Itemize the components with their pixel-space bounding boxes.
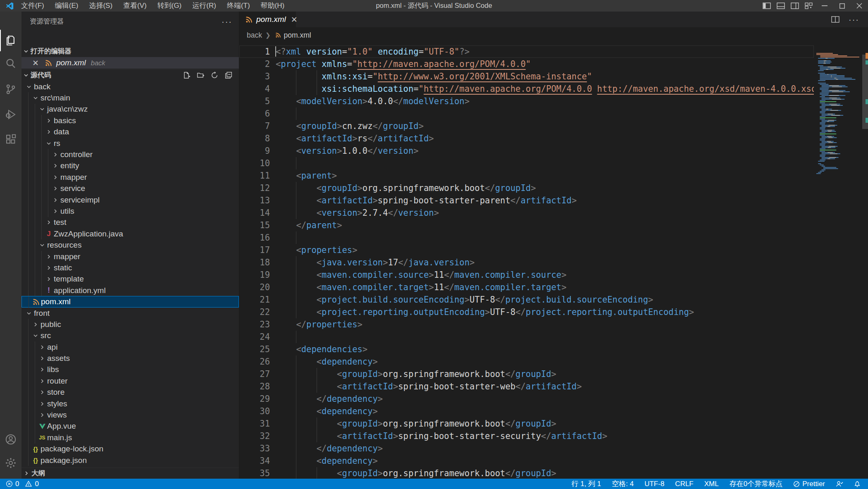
tree-item-service[interactable]: service: [21, 183, 239, 194]
tree-item-src[interactable]: src: [21, 330, 239, 341]
status-item[interactable]: CRLF: [675, 480, 693, 488]
tree-item-test[interactable]: test: [21, 217, 239, 228]
workspace-section[interactable]: 源代码: [21, 69, 239, 81]
tree-item-package.json[interactable]: {}package.json: [21, 455, 239, 466]
menu-item[interactable]: 查看(V): [118, 0, 152, 12]
menu-item[interactable]: 选择(S): [83, 0, 118, 12]
vscode-logo-icon[interactable]: [3, 0, 16, 12]
tree-item-api[interactable]: api: [21, 341, 239, 353]
file-tree: backsrc\mainjava\cn\zwzbasicsdatarscontr…: [21, 81, 239, 466]
tree-item-main.js[interactable]: JSmain.js: [21, 432, 239, 443]
tree-item-resources[interactable]: resources: [21, 239, 239, 250]
tree-item-serviceimpl[interactable]: serviceimpl: [21, 194, 239, 205]
tree-item-template[interactable]: template: [21, 274, 239, 285]
minimap[interactable]: [814, 41, 862, 479]
tree-item-assets[interactable]: assets: [21, 353, 239, 364]
status-item[interactable]: 行 1, 列 1: [571, 479, 601, 489]
menu-item[interactable]: 帮助(H): [255, 0, 290, 12]
tree-indent-guide: [35, 421, 35, 432]
tree-item-public[interactable]: public: [21, 319, 239, 330]
activity-settings-icon[interactable]: [0, 452, 21, 474]
breadcrumb-folder[interactable]: back: [247, 31, 262, 40]
tree-item-views[interactable]: views: [21, 409, 239, 420]
close-icon[interactable]: ✕: [291, 15, 298, 24]
tree-item-application.yml[interactable]: !application.yml: [21, 285, 239, 296]
maximize-button[interactable]: [833, 0, 851, 12]
tree-item-zwzapplication.java[interactable]: JZwzApplication.java: [21, 228, 239, 239]
outline-section[interactable]: 大纲: [21, 468, 239, 479]
tree-item-back[interactable]: back: [21, 81, 239, 92]
new-folder-icon[interactable]: [196, 71, 205, 80]
chevron-down-icon: [25, 83, 33, 91]
code-line: 35 <groupId>org.springframework.boot</gr…: [239, 467, 814, 479]
activity-explorer-icon[interactable]: [0, 30, 21, 51]
tree-item-java-cn-zwz[interactable]: java\cn\zwz: [21, 104, 239, 115]
tree-item-basics[interactable]: basics: [21, 115, 239, 126]
new-file-icon[interactable]: [182, 71, 191, 80]
split-editor-icon[interactable]: [831, 16, 839, 23]
toggle-secondary-sidebar-icon[interactable]: [788, 0, 802, 12]
tab-pom-xml[interactable]: pom.xml ✕: [239, 12, 296, 27]
activity-account-icon[interactable]: [0, 429, 21, 450]
workspace-label: 源代码: [31, 71, 51, 80]
close-button[interactable]: [851, 0, 868, 12]
tree-item-label: basics: [54, 116, 76, 125]
activity-extensions-icon[interactable]: [0, 129, 21, 150]
tree-item-rs[interactable]: rs: [21, 138, 239, 149]
status-item-feedback[interactable]: [836, 481, 843, 487]
tree-item-src-main[interactable]: src\main: [21, 92, 239, 103]
tree-indent-guide: [35, 104, 35, 115]
customize-layout-icon[interactable]: [802, 0, 816, 12]
code-line: 22 <project.reporting.outputEncoding>UTF…: [239, 306, 814, 318]
more-actions-icon[interactable]: ···: [849, 15, 859, 24]
tree-item-pom.xml[interactable]: pom.xml: [21, 296, 239, 307]
menu-item[interactable]: 文件(F): [16, 0, 50, 12]
status-item[interactable]: UTF-8: [644, 480, 664, 488]
open-editors-section[interactable]: 打开的编辑器: [21, 45, 239, 57]
breadcrumb-file[interactable]: pom.xml: [284, 31, 311, 40]
toggle-panel-icon[interactable]: [774, 0, 788, 12]
menu-item[interactable]: 转到(G): [152, 0, 187, 12]
tree-item-mapper[interactable]: mapper: [21, 172, 239, 183]
tree-item-app.vue[interactable]: App.vue: [21, 421, 239, 432]
menu-item[interactable]: 编辑(E): [50, 0, 84, 12]
editor-scrollbar[interactable]: [862, 41, 868, 479]
tree-item-utils[interactable]: utils: [21, 205, 239, 217]
refresh-icon[interactable]: [210, 71, 219, 80]
status-item[interactable]: 空格: 4: [612, 479, 634, 489]
status-item[interactable]: 存在0个异常标点: [730, 479, 782, 489]
tree-item-static[interactable]: static: [21, 262, 239, 273]
menu-item[interactable]: 运行(R): [187, 0, 222, 12]
tree-item-label: package.json: [41, 456, 87, 465]
tree-item-data[interactable]: data: [21, 126, 239, 138]
tree-item-front[interactable]: front: [21, 308, 239, 319]
activity-search-icon[interactable]: [0, 52, 21, 74]
status-item-prettier[interactable]: Prettier: [793, 480, 825, 488]
chevron-right-icon: [38, 343, 46, 351]
tree-indent-guide: [35, 217, 35, 228]
tree-item-libs[interactable]: libs: [21, 364, 239, 375]
open-editor-item[interactable]: ✕ pom.xml back: [21, 57, 239, 69]
tree-item-controller[interactable]: controller: [21, 149, 239, 160]
problems-errors[interactable]: 0: [6, 480, 19, 488]
collapse-all-icon[interactable]: [224, 71, 233, 80]
tree-item-store[interactable]: store: [21, 387, 239, 398]
close-icon[interactable]: ✕: [32, 58, 39, 68]
tree-item-router[interactable]: router: [21, 375, 239, 386]
tree-item-mapper[interactable]: mapper: [21, 251, 239, 262]
tree-item-styles[interactable]: styles: [21, 398, 239, 409]
toggle-primary-sidebar-icon[interactable]: [760, 0, 774, 12]
tree-indent-guide: [41, 274, 42, 285]
activity-source-control-icon[interactable]: [0, 79, 21, 100]
tree-item-label: views: [47, 410, 67, 420]
status-item[interactable]: XML: [704, 480, 719, 488]
minimize-button[interactable]: [816, 0, 833, 12]
tree-item-package-lock.json[interactable]: {}package-lock.json: [21, 444, 239, 455]
problems-warnings[interactable]: 0: [25, 480, 38, 488]
status-item-bell[interactable]: [854, 480, 861, 487]
tree-item-entity[interactable]: entity: [21, 160, 239, 172]
code-editor[interactable]: 1<?xml version="1.0" encoding="UTF-8"?>2…: [239, 43, 814, 479]
activity-run-and-debug-icon[interactable]: [0, 104, 21, 125]
more-actions-icon[interactable]: ···: [222, 17, 232, 26]
menu-item[interactable]: 终端(T): [222, 0, 255, 12]
